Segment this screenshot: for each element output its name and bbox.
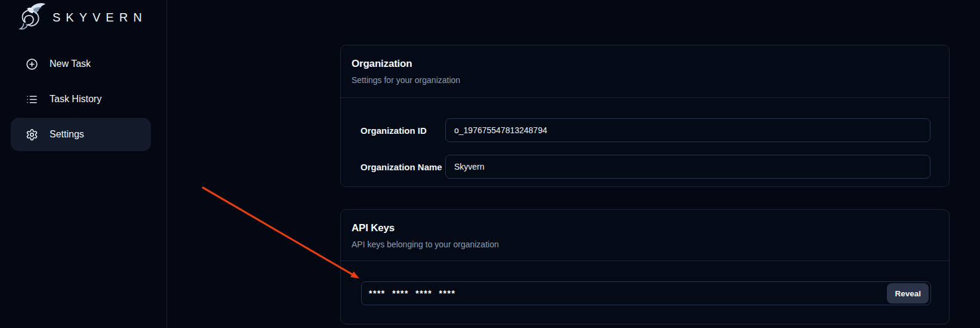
reveal-button[interactable]: Reveal <box>887 283 929 304</box>
organization-id-row: Organization ID <box>360 118 930 142</box>
api-key-field[interactable]: **** **** **** **** Reveal <box>361 281 931 305</box>
organization-name-input[interactable] <box>445 155 930 179</box>
organization-card-subtitle: Settings for your organization <box>352 75 938 85</box>
organization-card: Organization Settings for your organizat… <box>340 45 950 187</box>
sidebar-item-settings[interactable]: Settings <box>11 118 151 151</box>
api-keys-card-header: API Keys API keys belonging to your orga… <box>341 210 949 261</box>
skyvern-dragon-icon <box>16 1 48 33</box>
sidebar-item-new-task[interactable]: New Task <box>11 47 151 81</box>
sidebar-item-label: Settings <box>50 129 84 140</box>
organization-card-title: Organization <box>352 58 938 70</box>
organization-name-row: Organization Name <box>360 155 930 179</box>
sidebar-item-label: New Task <box>50 59 91 69</box>
sidebar-nav: New Task Task History Settings <box>11 47 151 153</box>
skyvern-logo[interactable]: SKYVERN <box>16 1 147 33</box>
api-keys-card-title: API Keys <box>352 222 938 234</box>
list-icon <box>26 93 38 106</box>
gear-icon <box>26 128 38 141</box>
organization-id-label: Organization ID <box>360 125 445 136</box>
organization-card-body: Organization ID Organization Name <box>341 98 949 179</box>
plus-circle-icon <box>26 58 38 70</box>
brand-name: SKYVERN <box>53 11 147 24</box>
sidebar: SKYVERN New Task Task History <box>0 0 167 328</box>
sidebar-item-task-history[interactable]: Task History <box>11 82 151 116</box>
settings-page: SKYVERN New Task Task History <box>0 0 980 328</box>
api-keys-card-subtitle: API keys belonging to your organization <box>352 240 938 249</box>
api-keys-card-body: **** **** **** **** Reveal <box>341 261 949 305</box>
api-key-masked-value: **** **** **** **** <box>369 289 455 298</box>
organization-id-input[interactable] <box>445 118 930 142</box>
organization-card-header: Organization Settings for your organizat… <box>341 45 949 98</box>
sidebar-item-label: Task History <box>50 94 101 105</box>
api-keys-card: API Keys API keys belonging to your orga… <box>340 209 950 324</box>
organization-name-label: Organization Name <box>360 162 445 172</box>
